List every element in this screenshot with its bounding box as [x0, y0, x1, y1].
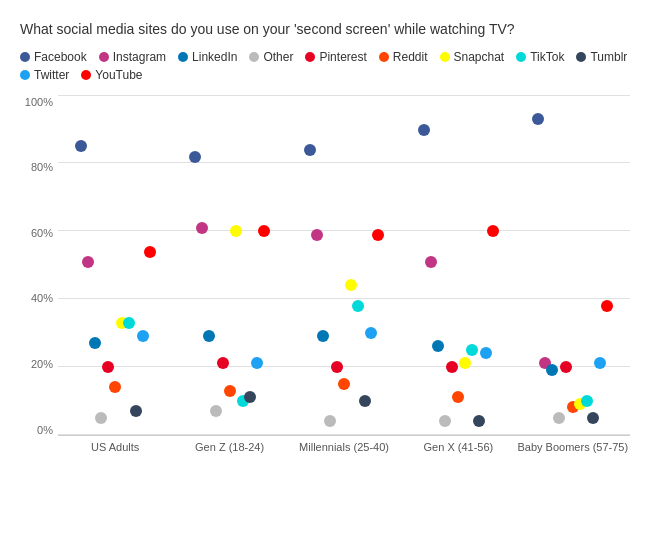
data-dot-youtube [487, 225, 499, 237]
data-dot-tiktok [581, 395, 593, 407]
data-dot-snapchat [459, 357, 471, 369]
legend-dot [440, 52, 450, 62]
data-dot-instagram [196, 222, 208, 234]
data-dot-youtube [258, 225, 270, 237]
legend-label: Twitter [34, 68, 69, 82]
data-dot-facebook [75, 140, 87, 152]
grid-line [58, 95, 630, 96]
data-dot-reddit [452, 391, 464, 403]
data-dot-facebook [418, 124, 430, 136]
legend-item-linkedin: LinkedIn [178, 50, 237, 64]
y-axis-label: 40% [31, 292, 53, 304]
legend-dot [20, 70, 30, 80]
legend-dot [20, 52, 30, 62]
data-dot-youtube [372, 229, 384, 241]
data-dot-tumblr [587, 412, 599, 424]
legend: Facebook Instagram LinkedIn Other Pinter… [20, 50, 630, 82]
data-dot-youtube [144, 246, 156, 258]
legend-item-youtube: YouTube [81, 68, 142, 82]
data-dot-facebook [189, 151, 201, 163]
legend-item-tumblr: Tumblr [576, 50, 627, 64]
legend-item-facebook: Facebook [20, 50, 87, 64]
grid-line [58, 230, 630, 231]
grid-line [58, 434, 630, 435]
x-axis-label: Gen Z (18-24) [172, 436, 286, 466]
data-dot-tumblr [130, 405, 142, 417]
y-axis: 0%20%40%60%80%100% [20, 96, 58, 436]
x-axis: US AdultsGen Z (18-24)Millennials (25-40… [58, 436, 630, 466]
data-dot-other [553, 412, 565, 424]
data-dot-tumblr [473, 415, 485, 427]
data-dot-other [95, 412, 107, 424]
data-dot-twitter [365, 327, 377, 339]
legend-dot [249, 52, 259, 62]
data-dot-tiktok [123, 317, 135, 329]
data-dot-tumblr [244, 391, 256, 403]
data-dot-instagram [425, 256, 437, 268]
data-dot-twitter [594, 357, 606, 369]
data-dot-pinterest [102, 361, 114, 373]
x-axis-label: Gen X (41-56) [401, 436, 515, 466]
legend-dot [516, 52, 526, 62]
legend-label: LinkedIn [192, 50, 237, 64]
legend-dot [379, 52, 389, 62]
data-dot-tiktok [352, 300, 364, 312]
data-dot-linkedin [432, 340, 444, 352]
legend-item-tiktok: TikTok [516, 50, 564, 64]
legend-label: Other [263, 50, 293, 64]
legend-item-instagram: Instagram [99, 50, 166, 64]
data-dot-reddit [338, 378, 350, 390]
data-dot-reddit [109, 381, 121, 393]
data-dot-reddit [224, 385, 236, 397]
data-dot-pinterest [331, 361, 343, 373]
x-axis-label: Baby Boomers (57-75) [516, 436, 630, 466]
legend-dot [178, 52, 188, 62]
title: What social media sites do you use on yo… [20, 20, 630, 40]
legend-item-other: Other [249, 50, 293, 64]
data-dot-facebook [532, 113, 544, 125]
legend-dot [305, 52, 315, 62]
legend-label: Instagram [113, 50, 166, 64]
data-dot-tiktok [466, 344, 478, 356]
data-dot-twitter [137, 330, 149, 342]
y-axis-label: 80% [31, 161, 53, 173]
legend-dot [576, 52, 586, 62]
data-dot-youtube [601, 300, 613, 312]
plot-area [58, 96, 630, 436]
y-axis-label: 20% [31, 358, 53, 370]
data-dot-facebook [304, 144, 316, 156]
legend-item-snapchat: Snapchat [440, 50, 505, 64]
data-dot-linkedin [203, 330, 215, 342]
legend-dot [99, 52, 109, 62]
legend-label: Pinterest [319, 50, 366, 64]
data-dot-other [324, 415, 336, 427]
data-dot-snapchat [230, 225, 242, 237]
data-dot-pinterest [446, 361, 458, 373]
data-dot-twitter [251, 357, 263, 369]
data-dot-instagram [311, 229, 323, 241]
data-dot-linkedin [317, 330, 329, 342]
legend-item-pinterest: Pinterest [305, 50, 366, 64]
data-dot-pinterest [560, 361, 572, 373]
data-dot-instagram [82, 256, 94, 268]
y-axis-label: 100% [25, 96, 53, 108]
legend-label: Tumblr [590, 50, 627, 64]
legend-label: Snapchat [454, 50, 505, 64]
data-dot-snapchat [345, 279, 357, 291]
data-dot-linkedin [546, 364, 558, 376]
chart-area: 0%20%40%60%80%100%US AdultsGen Z (18-24)… [20, 96, 630, 466]
legend-label: TikTok [530, 50, 564, 64]
legend-label: Facebook [34, 50, 87, 64]
data-dot-tumblr [359, 395, 371, 407]
data-dot-pinterest [217, 357, 229, 369]
y-axis-label: 0% [37, 424, 53, 436]
legend-label: Reddit [393, 50, 428, 64]
legend-label: YouTube [95, 68, 142, 82]
grid-line [58, 162, 630, 163]
x-axis-label: Millennials (25-40) [287, 436, 401, 466]
y-axis-label: 60% [31, 227, 53, 239]
data-dot-linkedin [89, 337, 101, 349]
data-dot-other [210, 405, 222, 417]
data-dot-twitter [480, 347, 492, 359]
grid-line [58, 298, 630, 299]
